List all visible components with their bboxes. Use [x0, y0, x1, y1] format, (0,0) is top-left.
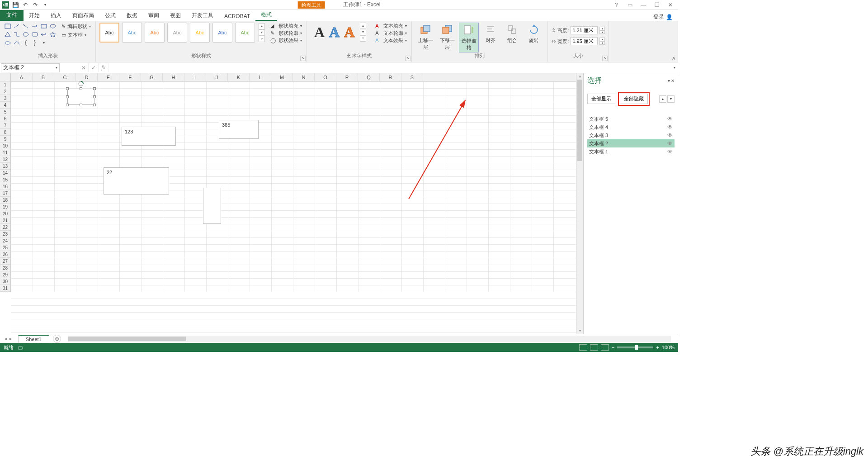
pane-options-icon[interactable]: ▾ [668, 78, 670, 83]
row-header[interactable]: 5 [0, 109, 10, 115]
row-header[interactable]: 3 [0, 95, 10, 102]
column-header[interactable]: N [293, 73, 315, 81]
row-header[interactable]: 25 [0, 244, 10, 251]
row-header[interactable]: 17 [0, 190, 10, 197]
cancel-formula-button[interactable]: ✕ [79, 63, 89, 72]
column-header[interactable]: J [206, 73, 228, 81]
save-icon[interactable]: 💾 [12, 1, 19, 9]
shape-style-gallery[interactable]: Abc Abc Abc Abc Abc Abc Abc ▴ ▾ ▿ [99, 23, 265, 43]
wa-up-icon[interactable]: ▴ [360, 23, 366, 29]
view-normal-button[interactable] [579, 344, 587, 351]
help-button[interactable]: ? [612, 2, 620, 8]
sheet-nav-prev[interactable]: ◄ [4, 337, 8, 341]
column-header[interactable]: C [54, 73, 76, 81]
row-header[interactable]: 12 [0, 156, 10, 163]
shape-list-item[interactable]: 文本框 1👁 [587, 147, 675, 156]
style-swatch-7[interactable]: Abc [235, 23, 255, 43]
tab-format[interactable]: 格式 [255, 9, 277, 21]
shape-list-item[interactable]: 文本框 5👁 [587, 115, 675, 123]
column-header[interactable]: D [76, 73, 98, 81]
resize-handle-w[interactable] [66, 95, 69, 98]
height-down[interactable]: ▾ [599, 30, 605, 34]
column-header[interactable]: F [119, 73, 141, 81]
text-outline-button[interactable]: A文本轮廓▾ [374, 30, 408, 37]
wa-down-icon[interactable]: ▾ [360, 29, 366, 35]
shape-arrow-icon[interactable] [31, 23, 39, 30]
style-swatch-2[interactable]: Abc [122, 23, 142, 43]
row-header[interactable]: 28 [0, 265, 10, 271]
wordart-swatch-2[interactable]: A [329, 24, 340, 41]
tab-review[interactable]: 审阅 [143, 10, 165, 21]
send-backward-button[interactable]: 下移一层 [437, 23, 457, 52]
shape-arrow2-icon[interactable] [40, 31, 48, 38]
zoom-level[interactable]: 100% [662, 345, 675, 350]
row-header[interactable]: 14 [0, 170, 10, 176]
shape-cloud-icon[interactable] [4, 39, 12, 46]
row-header[interactable]: 19 [0, 204, 10, 210]
shape-list-item[interactable]: 文本框 3👁 [587, 131, 675, 139]
scroll-down-icon[interactable]: ▾ [576, 328, 583, 334]
row-header[interactable]: 11 [0, 149, 10, 156]
row-header[interactable]: 15 [0, 176, 10, 183]
row-header[interactable]: 6 [0, 115, 10, 122]
view-pagebreak-button[interactable] [601, 344, 609, 351]
style-swatch-5[interactable]: Abc [190, 23, 210, 43]
hide-all-button[interactable]: 全部隐藏 [620, 94, 648, 104]
minimize-button[interactable]: — [639, 2, 647, 8]
shape-fill-button[interactable]: ◢形状填充▾ [269, 23, 303, 29]
wa-more-icon[interactable]: ▿ [360, 35, 366, 42]
shape-outline-button[interactable]: ✎形状轮廓▾ [269, 30, 303, 37]
sheet-tab-1[interactable]: Sheet1 [18, 335, 49, 343]
undo-icon[interactable]: ↶ [22, 1, 29, 9]
zoom-in-button[interactable]: + [656, 345, 659, 350]
textbox-3[interactable]: 123 [122, 127, 176, 146]
visibility-toggle-icon[interactable]: 👁 [667, 140, 673, 147]
resize-handle-se[interactable] [93, 104, 96, 106]
move-up-button[interactable]: ▴ [659, 95, 666, 103]
visibility-toggle-icon[interactable]: 👁 [667, 132, 673, 138]
text-box-button[interactable]: ▭文本框▾ [61, 31, 92, 39]
row-header[interactable]: 22 [0, 224, 10, 231]
column-header[interactable]: P [336, 73, 358, 81]
macro-record-icon[interactable]: ▢ [18, 345, 23, 351]
select-all-corner[interactable] [0, 73, 11, 81]
shape-list-item[interactable]: 文本框 2👁 [587, 139, 675, 147]
show-all-button[interactable]: 全部显示 [587, 94, 615, 104]
tab-data[interactable]: 数据 [121, 10, 143, 21]
collapse-ribbon-icon[interactable]: ᐱ [672, 56, 675, 61]
textbox-4[interactable]: 22 [104, 167, 169, 195]
row-header[interactable]: 16 [0, 183, 10, 190]
shape-oval-icon[interactable] [49, 23, 57, 30]
tab-view[interactable]: 视图 [165, 10, 186, 21]
row-header[interactable]: 27 [0, 258, 10, 265]
resize-handle-sw[interactable] [66, 104, 69, 106]
fx-button[interactable]: fx [99, 63, 108, 72]
redo-icon[interactable]: ↷ [32, 1, 39, 9]
row-header[interactable]: 31 [0, 285, 10, 292]
wordart-swatch-3[interactable]: A [344, 24, 354, 41]
qat-dropdown-icon[interactable]: ▾ [42, 1, 49, 9]
visibility-toggle-icon[interactable]: 👁 [667, 116, 673, 122]
column-header[interactable]: R [380, 73, 401, 81]
tab-formulas[interactable]: 公式 [99, 10, 121, 21]
width-up[interactable]: ▴ [599, 38, 605, 41]
row-header[interactable]: 7 [0, 122, 10, 129]
shape-star-icon[interactable] [49, 31, 57, 38]
textbox-1[interactable] [203, 188, 221, 224]
login-link[interactable]: 登录 👤 [653, 13, 678, 21]
shape-hexagon-icon[interactable] [22, 31, 30, 38]
tab-home[interactable]: 开始 [24, 10, 45, 21]
width-input[interactable] [571, 37, 598, 45]
row-header[interactable]: 29 [0, 271, 10, 278]
text-fill-button[interactable]: A文本填充▾ [374, 23, 408, 29]
tab-insert[interactable]: 插入 [45, 10, 67, 21]
view-pagelayout-button[interactable] [590, 344, 598, 351]
style-swatch-1[interactable]: Abc [99, 23, 119, 43]
shapes-gallery[interactable]: { } ▾ [4, 23, 57, 46]
rotate-button[interactable]: 旋转 [524, 23, 544, 45]
shape-more-icon[interactable]: ▾ [40, 39, 48, 46]
shape-rect-icon[interactable] [40, 23, 48, 30]
column-header[interactable]: H [163, 73, 184, 81]
pane-close-icon[interactable]: ✕ [671, 78, 675, 83]
column-header[interactable]: I [184, 73, 206, 81]
